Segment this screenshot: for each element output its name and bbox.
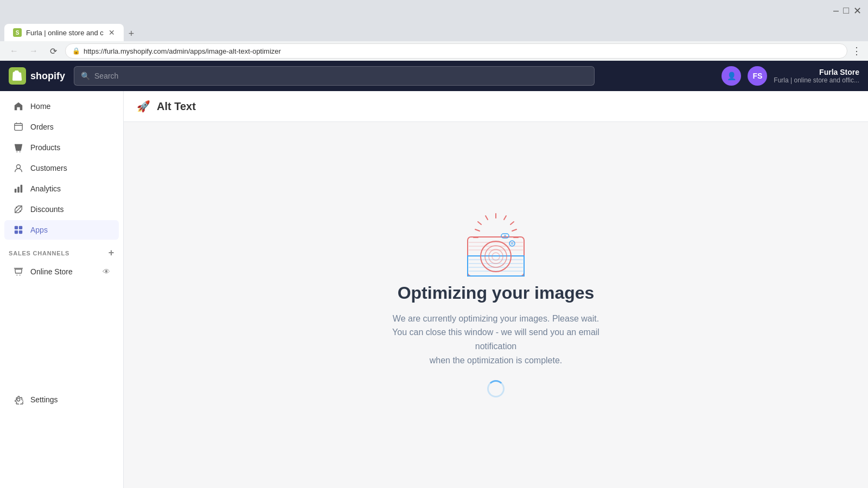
svg-line-25 bbox=[475, 229, 480, 231]
address-bar-row: ← → ⟳ 🔒 https://furla.myshopify.com/admi… bbox=[0, 41, 868, 61]
search-bar[interactable]: 🔍 bbox=[74, 66, 595, 86]
settings-icon bbox=[13, 394, 24, 405]
sales-channels-header: SALES CHANNELS + bbox=[0, 241, 123, 261]
svg-rect-14 bbox=[19, 226, 22, 229]
tab-close-button[interactable]: ✕ bbox=[108, 28, 115, 37]
sidebar-label-settings: Settings bbox=[30, 395, 58, 404]
tab-favicon: S bbox=[13, 28, 22, 37]
svg-rect-0 bbox=[15, 124, 22, 131]
optimizing-description: We are currently optimizing your images.… bbox=[376, 312, 615, 367]
sidebar-label-customers: Customers bbox=[30, 164, 67, 172]
sidebar-item-online-store[interactable]: Online Store 👁 bbox=[4, 262, 119, 281]
sidebar-label-analytics: Analytics bbox=[30, 184, 61, 193]
svg-point-5 bbox=[20, 151, 21, 152]
analytics-icon bbox=[13, 183, 24, 194]
online-store-icon bbox=[13, 266, 24, 277]
sidebar-item-discounts[interactable]: Discounts bbox=[4, 200, 119, 219]
page-title: Alt Text bbox=[157, 100, 196, 113]
svg-line-22 bbox=[486, 216, 488, 220]
svg-rect-29 bbox=[468, 256, 524, 276]
forward-button[interactable]: → bbox=[26, 43, 41, 59]
title-bar: – □ ✕ bbox=[0, 0, 868, 22]
svg-point-6 bbox=[16, 165, 20, 169]
svg-rect-7 bbox=[15, 189, 17, 192]
search-icon: 🔍 bbox=[81, 72, 90, 80]
new-tab-button[interactable]: + bbox=[124, 26, 139, 41]
sidebar-item-analytics[interactable]: Analytics bbox=[4, 179, 119, 198]
store-subtitle: Furla | online store and offic... bbox=[774, 76, 859, 84]
svg-point-4 bbox=[16, 151, 17, 152]
browser-chrome: – □ ✕ S Furla | online store and c ✕ + ←… bbox=[0, 0, 868, 61]
sidebar-item-products[interactable]: Products bbox=[4, 138, 119, 157]
shopify-logo: shopify bbox=[9, 67, 65, 85]
store-avatar-letters: FS bbox=[752, 72, 762, 80]
minimize-button[interactable]: – bbox=[833, 5, 839, 17]
svg-point-17 bbox=[16, 274, 17, 275]
sidebar-label-apps: Apps bbox=[30, 226, 48, 234]
avatar-icon: 👤 bbox=[727, 72, 736, 80]
content-area: Optimizing your images We are currently … bbox=[124, 122, 868, 488]
add-sales-channel-button[interactable]: + bbox=[108, 247, 114, 259]
user-avatar-icon[interactable]: 👤 bbox=[722, 66, 741, 86]
store-name: Furla Store bbox=[774, 68, 859, 76]
orders-icon bbox=[13, 121, 24, 132]
shopify-logo-icon bbox=[9, 67, 26, 85]
sidebar-item-settings[interactable]: Settings bbox=[4, 390, 119, 409]
app-shell: shopify 🔍 👤 FS Furla Store Furla | onlin… bbox=[0, 61, 868, 488]
tab-bar: S Furla | online store and c ✕ + bbox=[0, 22, 868, 41]
back-button[interactable]: ← bbox=[7, 43, 22, 59]
eye-icon[interactable]: 👁 bbox=[103, 267, 110, 276]
sidebar-item-customers[interactable]: Customers bbox=[4, 158, 119, 178]
svg-line-23 bbox=[478, 222, 481, 224]
close-button[interactable]: ✕ bbox=[853, 5, 861, 17]
svg-point-44 bbox=[511, 242, 514, 245]
lock-icon: 🔒 bbox=[72, 47, 80, 55]
camera-illustration bbox=[452, 213, 539, 283]
svg-point-42 bbox=[504, 235, 506, 237]
optimizing-line2: You can close this window - we will send… bbox=[376, 325, 615, 353]
shopify-header: shopify 🔍 👤 FS Furla Store Furla | onlin… bbox=[0, 61, 868, 91]
home-icon bbox=[13, 101, 24, 112]
sidebar-item-home[interactable]: Home bbox=[4, 97, 119, 116]
svg-rect-16 bbox=[19, 230, 22, 234]
sidebar-label-home: Home bbox=[30, 102, 50, 111]
loading-spinner bbox=[487, 380, 505, 397]
optimizing-title: Optimizing your images bbox=[398, 283, 595, 303]
tab-title: Furla | online store and c bbox=[26, 29, 104, 37]
store-avatar[interactable]: FS bbox=[748, 66, 767, 86]
optimizing-line1: We are currently optimizing your images.… bbox=[376, 312, 615, 326]
window-controls: – □ ✕ bbox=[833, 5, 861, 17]
products-icon bbox=[13, 142, 24, 153]
address-bar[interactable]: 🔒 https://furla.myshopify.com/admin/apps… bbox=[65, 43, 847, 59]
url-text: https://furla.myshopify.com/admin/apps/i… bbox=[84, 47, 281, 55]
sidebar-item-apps[interactable]: Apps bbox=[4, 220, 119, 240]
svg-point-18 bbox=[20, 274, 21, 275]
loading-spinner-container bbox=[487, 380, 505, 397]
rocket-icon: 🚀 bbox=[137, 100, 150, 113]
active-tab[interactable]: S Furla | online store and c ✕ bbox=[4, 24, 124, 41]
apps-icon bbox=[13, 224, 24, 235]
shopify-logo-text: shopify bbox=[30, 70, 65, 82]
svg-rect-15 bbox=[15, 230, 18, 234]
store-info: Furla Store Furla | online store and off… bbox=[774, 68, 859, 84]
sidebar-label-orders: Orders bbox=[30, 123, 54, 131]
search-input[interactable] bbox=[94, 72, 588, 80]
sales-channels-label: SALES CHANNELS bbox=[9, 250, 69, 256]
sidebar: Home Orders Products Customers bbox=[0, 91, 124, 488]
svg-rect-8 bbox=[17, 187, 20, 192]
sidebar-label-discounts: Discounts bbox=[30, 205, 63, 214]
sidebar-item-orders[interactable]: Orders bbox=[4, 117, 119, 137]
customers-icon bbox=[13, 163, 24, 174]
browser-menu-button[interactable]: ⋮ bbox=[852, 45, 861, 57]
header-right: 👤 FS Furla Store Furla | online store an… bbox=[722, 66, 859, 86]
maximize-button[interactable]: □ bbox=[843, 5, 849, 17]
discounts-icon bbox=[13, 204, 24, 215]
main-content: 🚀 Alt Text bbox=[124, 91, 868, 488]
svg-line-20 bbox=[504, 216, 506, 220]
svg-line-24 bbox=[512, 229, 516, 231]
svg-rect-13 bbox=[15, 226, 18, 229]
sidebar-label-online-store: Online Store bbox=[30, 267, 96, 276]
refresh-button[interactable]: ⟳ bbox=[46, 43, 61, 59]
optimizing-line3: when the optimization is complete. bbox=[376, 354, 615, 368]
sidebar-label-products: Products bbox=[30, 143, 60, 152]
